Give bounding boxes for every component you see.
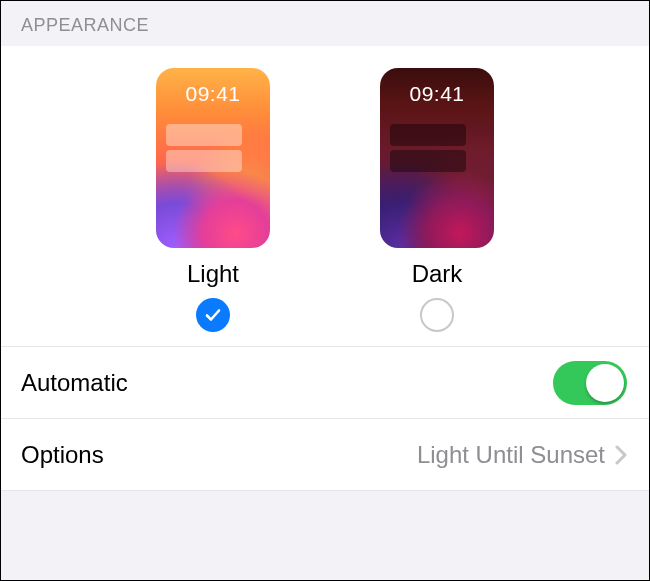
checkmark-icon — [203, 305, 223, 325]
light-preview-thumbnail: 09:41 — [156, 68, 270, 248]
automatic-label: Automatic — [21, 369, 128, 397]
switch-knob — [586, 364, 624, 402]
options-label: Options — [21, 441, 104, 469]
preview-widget — [166, 150, 242, 172]
preview-widget — [166, 124, 242, 146]
automatic-row[interactable]: Automatic — [1, 346, 649, 418]
appearance-option-dark[interactable]: 09:41 Dark — [380, 68, 494, 332]
appearance-options-row: 09:41 Light 09:41 Dark — [1, 46, 649, 346]
automatic-switch[interactable] — [553, 361, 627, 405]
options-row[interactable]: Options Light Until Sunset — [1, 418, 649, 490]
dark-preview-thumbnail: 09:41 — [380, 68, 494, 248]
chevron-right-icon — [615, 445, 627, 465]
radio-dark-unselected[interactable] — [420, 298, 454, 332]
options-value-container: Light Until Sunset — [417, 441, 627, 469]
radio-light-selected[interactable] — [196, 298, 230, 332]
preview-time: 09:41 — [380, 82, 494, 106]
appearance-option-light[interactable]: 09:41 Light — [156, 68, 270, 332]
section-header-appearance: APPEARANCE — [1, 1, 649, 46]
appearance-option-label: Dark — [412, 260, 463, 288]
preview-widget — [390, 150, 466, 172]
appearance-section: 09:41 Light 09:41 Dark Automatic Opti — [1, 46, 649, 490]
appearance-option-label: Light — [187, 260, 239, 288]
preview-widget — [390, 124, 466, 146]
options-value: Light Until Sunset — [417, 441, 605, 469]
section-footer-gap — [1, 490, 649, 496]
preview-time: 09:41 — [156, 82, 270, 106]
